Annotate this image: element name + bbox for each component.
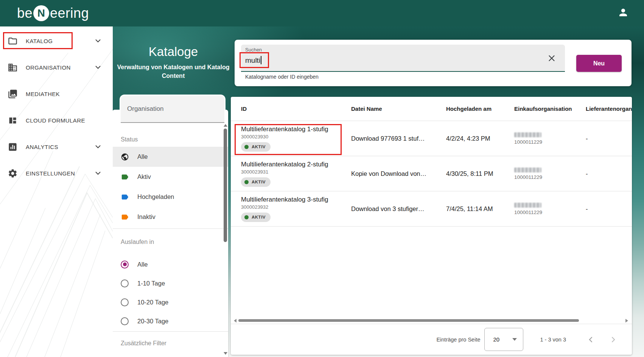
id-cell: Multilieferantenkatalog 3-stufig 3000023… (241, 191, 351, 226)
chevron-down-icon[interactable] (94, 63, 102, 71)
purchasing-org-code: 1000011229 (514, 139, 542, 145)
beneering-logo: beNeering (17, 5, 89, 22)
logo-text-post: eering (50, 5, 89, 21)
scroll-right-arrow[interactable] (625, 319, 628, 323)
id-cell: Multilieferantenkatalog 2-stufig 3000023… (241, 156, 351, 191)
expiry-option-1-10[interactable]: 1-10 Tage (112, 274, 228, 293)
redacted-org-name (514, 168, 541, 172)
sidebar-item-label: ANALYTICS (26, 144, 94, 150)
scroll-left-arrow[interactable] (234, 319, 236, 323)
per-page-select[interactable]: 20 (484, 328, 523, 351)
expiry-filter-list: Alle 1-10 Tage 10-20 Tage 20-30 Tage (112, 255, 228, 331)
search-input-value: multi (245, 56, 261, 65)
status-option-hochgeladen[interactable]: Hochgeladen (112, 187, 228, 207)
scroll-down-arrow[interactable] (224, 352, 227, 355)
status-option-alle[interactable]: Alle (112, 147, 228, 167)
radio-selected-icon (121, 261, 129, 269)
logo-text-pre: be (17, 5, 33, 21)
chevron-down-icon[interactable] (94, 37, 102, 45)
status-option-label: Inaktiv (137, 213, 156, 220)
sidebar-item-analytics[interactable]: ANALYTICS (0, 133, 113, 160)
column-header-datei-name: Datei Name (351, 106, 446, 112)
catalog-id: 3000023930 (241, 134, 268, 140)
table-row[interactable]: Multilieferantenkatalog 1-stufig 3000023… (231, 121, 632, 156)
purchasing-org-code: 1000011229 (514, 210, 542, 215)
catalog-id: 3000023932 (241, 204, 268, 210)
id-cell: Multilieferantenkatalog 1-stufig 3000023… (241, 121, 351, 156)
sidebar-item-katalog[interactable]: KATALOG (0, 28, 113, 54)
catalog-name: Multilieferantenkatalog 3-stufig (241, 196, 328, 203)
sidebar-menu: KATALOG ORGANISATION MEDIATHEK (0, 26, 113, 186)
globe-icon (121, 153, 129, 161)
filter-panel-scrollbar (223, 123, 228, 357)
label-icon (121, 173, 129, 181)
supplier-org-cell: - (586, 191, 632, 226)
table-empty-space (231, 227, 632, 318)
table-pagination: Einträge pro Seite 20 1 - 3 von 3 (231, 324, 632, 355)
table-row[interactable]: Multilieferantenkatalog 2-stufig 3000023… (231, 156, 632, 191)
expiry-option-label: 20-30 Tage (137, 318, 168, 325)
organisation-select[interactable]: Organisation (121, 96, 224, 123)
search-input-label: Suchen (245, 47, 262, 53)
status-option-label: Aktiv (137, 173, 151, 180)
uploaded-at-cell: 4/2/24, 4:23 PM (446, 121, 514, 156)
vertical-scrollbar-thumb[interactable] (224, 129, 227, 242)
search-input[interactable]: Suchen multi (241, 45, 565, 72)
uploaded-at-cell: 7/4/25, 11:14 AM (446, 191, 514, 226)
main-content: Kataloge Verwaltung von Katalogen und Ka… (113, 26, 644, 357)
column-header-id: ID (241, 106, 351, 112)
clear-search-button[interactable] (547, 53, 557, 63)
per-page-value: 20 (493, 336, 499, 343)
purchasing-org-cell: 1000011229 (514, 191, 586, 226)
catalog-id: 3000023931 (241, 169, 268, 175)
divider (112, 228, 228, 229)
sidebar-item-label: KATALOG (26, 38, 94, 44)
status-badge: AKTIV (241, 213, 271, 222)
file-name-cell: Download von 3 stufiger… (351, 191, 446, 226)
additional-filters-heading: Zusätzliche Filter (112, 340, 228, 347)
expiry-filter-heading: Auslaufen in (112, 239, 228, 245)
previous-page-button[interactable] (586, 335, 596, 345)
sidebar-item-label: ORGANISATION (26, 64, 94, 71)
page-subtitle: Verwaltung von Katalogen und Katalog Con… (113, 63, 234, 80)
sidebar-item-einstellungen[interactable]: EINSTELLUNGEN (0, 160, 113, 186)
chevron-down-icon[interactable] (94, 143, 102, 151)
sidebar-item-cloud-formulare[interactable]: CLOUD FORMULARE (0, 107, 113, 133)
status-option-label: Alle (137, 153, 148, 160)
sidebar-item-mediathek[interactable]: MEDIATHEK (0, 81, 113, 107)
expiry-option-10-20[interactable]: 10-20 Tage (112, 293, 228, 312)
column-header-hochgeladen-am: Hochgeladen am (446, 106, 514, 112)
next-page-button[interactable] (608, 335, 618, 345)
purchasing-org-code: 1000011229 (514, 174, 542, 180)
status-option-label: Hochgeladen (137, 193, 174, 200)
new-catalog-button[interactable]: Neu (576, 55, 622, 72)
forms-icon (8, 115, 18, 126)
purchasing-org-cell: 1000011229 (514, 121, 586, 156)
status-dot-icon (244, 180, 249, 184)
expiry-option-20-30[interactable]: 20-30 Tage (112, 312, 228, 331)
chevron-down-icon[interactable] (94, 169, 102, 177)
status-option-inaktiv[interactable]: Inaktiv (112, 207, 228, 227)
close-icon (547, 58, 557, 64)
radio-icon (121, 298, 129, 306)
sidebar-item-label: CLOUD FORMULARE (26, 117, 102, 124)
divider (112, 331, 228, 332)
analytics-icon (8, 142, 18, 152)
page-header: Kataloge Verwaltung von Katalogen und Ka… (113, 45, 234, 80)
expiry-option-label: 1-10 Tage (137, 280, 165, 287)
user-account-button[interactable] (617, 7, 630, 20)
expiry-option-alle[interactable]: Alle (112, 255, 228, 274)
app-screen: beNeering (0, 0, 644, 357)
sidebar-item-organisation[interactable]: ORGANISATION (0, 54, 113, 81)
status-option-aktiv[interactable]: Aktiv (112, 167, 228, 187)
table-row[interactable]: Multilieferantenkatalog 3-stufig 3000023… (231, 191, 632, 227)
horizontal-scrollbar-thumb[interactable] (238, 319, 579, 322)
scroll-up-arrow[interactable] (224, 124, 227, 127)
label-icon (121, 213, 129, 221)
sidebar-item-label: EINSTELLUNGEN (26, 170, 94, 177)
file-name-cell: Download 977693 1 stuf… (351, 121, 446, 156)
folder-icon (8, 36, 18, 46)
organisation-select-label: Organisation (127, 105, 163, 113)
sidebar-item-label: MEDIATHEK (26, 91, 102, 97)
catalog-table-card: ID Datei Name Hochgeladen am Einkaufsorg… (231, 97, 632, 355)
